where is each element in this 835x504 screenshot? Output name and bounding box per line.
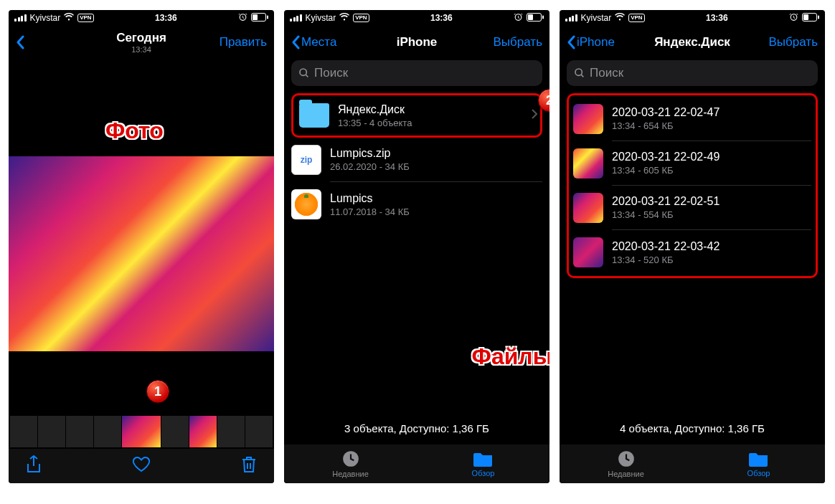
nav-bar: Сегодня 13:34 Править xyxy=(9,26,274,59)
battery-icon xyxy=(251,13,268,24)
file-meta: 13:34 - 605 КБ xyxy=(612,165,811,176)
trash-icon[interactable] xyxy=(241,455,257,477)
svg-point-6 xyxy=(300,69,306,75)
battery-icon xyxy=(802,13,819,24)
file-row[interactable]: 2020-03-21 22-03-42 13:34 - 520 КБ xyxy=(573,230,811,275)
file-name: 2020-03-21 22-02-49 xyxy=(612,151,811,163)
select-button[interactable]: Выбрать xyxy=(494,35,542,49)
tab-recent[interactable]: Недавние xyxy=(560,444,692,483)
nav-bar: Места iPhone Выбрать xyxy=(284,26,549,59)
file-list: Яндекс.Диск 13:35 - 4 объекта zip Lumpic… xyxy=(284,93,549,415)
svg-line-7 xyxy=(306,75,308,77)
svg-rect-5 xyxy=(542,15,544,19)
vpn-badge: VPN xyxy=(628,14,644,22)
signal-icon xyxy=(290,14,302,22)
file-name: Lumpics xyxy=(330,192,542,205)
image-thumbnail xyxy=(573,148,603,179)
clock: 13:36 xyxy=(430,13,453,23)
storage-summary: 3 объекта, Доступно: 1,36 ГБ xyxy=(284,415,549,444)
file-row[interactable]: Lumpics 11.07.2018 - 34 КБ xyxy=(291,182,542,227)
carrier-label: Kyivstar xyxy=(30,13,61,23)
app-icon xyxy=(291,189,321,219)
tab-bar: Недавние Обзор xyxy=(284,444,549,483)
image-thumbnail xyxy=(573,193,603,223)
file-meta: 13:35 - 4 объекта xyxy=(338,118,534,128)
clock-icon xyxy=(617,450,636,468)
alarm-icon xyxy=(238,12,247,24)
clock-icon xyxy=(341,450,360,468)
file-row[interactable]: 2020-03-21 22-02-47 13:34 - 654 КБ xyxy=(573,97,811,141)
folder-icon xyxy=(749,450,769,467)
clock: 13:36 xyxy=(706,13,728,23)
tab-bar: Недавние Обзор xyxy=(560,444,825,483)
wifi-icon xyxy=(615,13,625,23)
search-input[interactable]: Поиск xyxy=(567,60,818,86)
file-meta: 13:34 - 554 КБ xyxy=(612,209,811,220)
signal-icon xyxy=(14,14,27,22)
svg-rect-4 xyxy=(528,14,533,20)
clock: 13:36 xyxy=(155,13,177,23)
tab-browse[interactable]: Обзор xyxy=(417,444,549,483)
photo-thumbnail-strip[interactable] xyxy=(9,414,274,449)
tab-recent[interactable]: Недавние xyxy=(284,444,417,483)
svg-rect-2 xyxy=(267,15,268,19)
svg-rect-11 xyxy=(818,15,819,19)
file-name: Lumpics.zip xyxy=(330,147,542,160)
file-row-yandex-disk[interactable]: Яндекс.Диск 13:35 - 4 объекта xyxy=(291,93,542,138)
carrier-label: Kyivstar xyxy=(306,13,336,23)
back-label: iPhone xyxy=(577,35,615,49)
alarm-icon xyxy=(514,12,523,24)
file-meta: 26.02.2020 - 34 КБ xyxy=(330,161,542,172)
svg-rect-1 xyxy=(253,14,258,20)
search-placeholder: Поиск xyxy=(590,66,623,80)
image-thumbnail xyxy=(573,237,603,267)
status-bar: Kyivstar VPN 13:36 xyxy=(284,10,549,26)
vpn-badge: VPN xyxy=(353,14,369,22)
file-row[interactable]: 2020-03-21 22-02-49 13:34 - 605 КБ xyxy=(573,141,811,186)
back-button[interactable] xyxy=(16,35,141,49)
status-bar: Kyivstar VPN 13:36 xyxy=(9,10,274,26)
search-input[interactable]: Поиск xyxy=(291,60,542,86)
chevron-right-icon xyxy=(532,109,537,122)
battery-icon xyxy=(527,13,544,24)
carrier-label: Kyivstar xyxy=(581,13,612,23)
file-name: 2020-03-21 22-02-51 xyxy=(612,195,811,208)
svg-rect-10 xyxy=(803,14,808,20)
photo-main[interactable] xyxy=(9,156,274,351)
alarm-icon xyxy=(789,12,798,24)
signal-icon xyxy=(565,14,577,22)
edit-button[interactable]: Править xyxy=(220,35,267,49)
nav-bar: iPhone Яндекс.Диск Выбрать xyxy=(560,26,825,59)
heart-icon[interactable] xyxy=(132,456,151,476)
file-name: 2020-03-21 22-02-47 xyxy=(612,106,811,119)
vpn-badge: VPN xyxy=(77,14,93,22)
svg-line-13 xyxy=(581,75,583,77)
file-meta: 13:34 - 654 КБ xyxy=(612,120,811,131)
screen-files-yandex: Kyivstar VPN 13:36 iPhone Яндекс.Диск Вы… xyxy=(560,10,825,483)
file-row[interactable]: zip Lumpics.zip 26.02.2020 - 34 КБ xyxy=(291,138,542,182)
photo-toolbar xyxy=(9,449,274,483)
zip-icon: zip xyxy=(291,145,321,175)
screen-files-iphone: Kyivstar VPN 13:36 Места iPhone Выбрать … xyxy=(284,10,549,483)
share-icon[interactable] xyxy=(26,455,42,477)
select-button[interactable]: Выбрать xyxy=(769,35,818,49)
search-icon xyxy=(574,67,585,79)
screen-photos: Kyivstar VPN 13:36 Сегодня 13:34 Править xyxy=(9,10,274,483)
back-button[interactable]: Места xyxy=(291,35,417,49)
wifi-icon xyxy=(64,13,74,23)
file-meta: 13:34 - 520 КБ xyxy=(612,255,811,265)
photo-viewer[interactable] xyxy=(9,59,274,449)
file-name: 2020-03-21 22-03-42 xyxy=(612,240,811,253)
wifi-icon xyxy=(339,13,349,23)
file-meta: 11.07.2018 - 34 КБ xyxy=(330,206,542,217)
storage-summary: 4 объекта, Доступно: 1,36 ГБ xyxy=(560,415,825,444)
folder-icon xyxy=(473,450,494,467)
back-button[interactable]: iPhone xyxy=(567,35,692,49)
search-placeholder: Поиск xyxy=(314,66,348,80)
file-row[interactable]: 2020-03-21 22-02-51 13:34 - 554 КБ xyxy=(573,186,811,230)
annotation-badge-1: 1 xyxy=(146,380,169,403)
status-bar: Kyivstar VPN 13:36 xyxy=(560,10,825,26)
tab-browse[interactable]: Обзор xyxy=(692,444,825,483)
search-icon xyxy=(298,67,310,79)
svg-point-12 xyxy=(575,69,582,75)
